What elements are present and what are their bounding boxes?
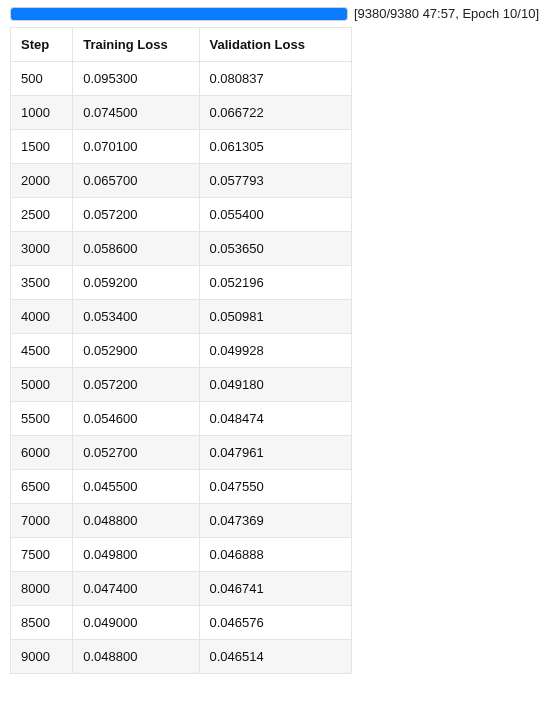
cell-validation-loss: 0.057793 <box>199 164 351 198</box>
cell-validation-loss: 0.049928 <box>199 334 351 368</box>
table-row: 65000.0455000.047550 <box>11 470 352 504</box>
loss-table: Step Training Loss Validation Loss 5000.… <box>10 27 352 674</box>
cell-validation-loss: 0.061305 <box>199 130 351 164</box>
cell-training-loss: 0.049000 <box>73 606 199 640</box>
cell-validation-loss: 0.046741 <box>199 572 351 606</box>
cell-step: 500 <box>11 62 73 96</box>
cell-validation-loss: 0.048474 <box>199 402 351 436</box>
cell-step: 4000 <box>11 300 73 334</box>
table-row: 15000.0701000.061305 <box>11 130 352 164</box>
cell-training-loss: 0.045500 <box>73 470 199 504</box>
cell-training-loss: 0.057200 <box>73 368 199 402</box>
table-row: 50000.0572000.049180 <box>11 368 352 402</box>
table-row: 55000.0546000.048474 <box>11 402 352 436</box>
table-row: 35000.0592000.052196 <box>11 266 352 300</box>
progress-label: [9380/9380 47:57, Epoch 10/10] <box>354 6 539 21</box>
table-row: 20000.0657000.057793 <box>11 164 352 198</box>
table-row: 5000.0953000.080837 <box>11 62 352 96</box>
cell-step: 6500 <box>11 470 73 504</box>
cell-validation-loss: 0.053650 <box>199 232 351 266</box>
cell-step: 7500 <box>11 538 73 572</box>
cell-step: 1000 <box>11 96 73 130</box>
cell-step: 2500 <box>11 198 73 232</box>
table-row: 80000.0474000.046741 <box>11 572 352 606</box>
table-row: 30000.0586000.053650 <box>11 232 352 266</box>
cell-validation-loss: 0.047550 <box>199 470 351 504</box>
cell-step: 9000 <box>11 640 73 674</box>
cell-step: 3000 <box>11 232 73 266</box>
cell-validation-loss: 0.046888 <box>199 538 351 572</box>
cell-training-loss: 0.048800 <box>73 640 199 674</box>
cell-training-loss: 0.048800 <box>73 504 199 538</box>
cell-training-loss: 0.054600 <box>73 402 199 436</box>
cell-training-loss: 0.052700 <box>73 436 199 470</box>
cell-validation-loss: 0.049180 <box>199 368 351 402</box>
cell-training-loss: 0.052900 <box>73 334 199 368</box>
cell-training-loss: 0.070100 <box>73 130 199 164</box>
table-header-row: Step Training Loss Validation Loss <box>11 28 352 62</box>
cell-training-loss: 0.059200 <box>73 266 199 300</box>
cell-validation-loss: 0.052196 <box>199 266 351 300</box>
table-row: 60000.0527000.047961 <box>11 436 352 470</box>
table-row: 10000.0745000.066722 <box>11 96 352 130</box>
cell-validation-loss: 0.066722 <box>199 96 351 130</box>
cell-validation-loss: 0.055400 <box>199 198 351 232</box>
col-header-training-loss: Training Loss <box>73 28 199 62</box>
progress-row: [9380/9380 47:57, Epoch 10/10] <box>10 6 539 21</box>
table-row: 70000.0488000.047369 <box>11 504 352 538</box>
table-row: 90000.0488000.046514 <box>11 640 352 674</box>
cell-step: 5000 <box>11 368 73 402</box>
cell-step: 2000 <box>11 164 73 198</box>
table-row: 85000.0490000.046576 <box>11 606 352 640</box>
col-header-validation-loss: Validation Loss <box>199 28 351 62</box>
cell-training-loss: 0.095300 <box>73 62 199 96</box>
cell-validation-loss: 0.047369 <box>199 504 351 538</box>
cell-validation-loss: 0.080837 <box>199 62 351 96</box>
cell-training-loss: 0.065700 <box>73 164 199 198</box>
cell-step: 5500 <box>11 402 73 436</box>
cell-validation-loss: 0.050981 <box>199 300 351 334</box>
cell-step: 6000 <box>11 436 73 470</box>
cell-step: 3500 <box>11 266 73 300</box>
cell-training-loss: 0.057200 <box>73 198 199 232</box>
cell-step: 1500 <box>11 130 73 164</box>
cell-step: 8500 <box>11 606 73 640</box>
cell-training-loss: 0.053400 <box>73 300 199 334</box>
cell-training-loss: 0.047400 <box>73 572 199 606</box>
cell-validation-loss: 0.047961 <box>199 436 351 470</box>
cell-training-loss: 0.049800 <box>73 538 199 572</box>
col-header-step: Step <box>11 28 73 62</box>
progress-bar-fill <box>11 8 347 20</box>
progress-bar <box>10 7 348 21</box>
cell-validation-loss: 0.046576 <box>199 606 351 640</box>
cell-training-loss: 0.074500 <box>73 96 199 130</box>
cell-step: 8000 <box>11 572 73 606</box>
cell-step: 7000 <box>11 504 73 538</box>
cell-training-loss: 0.058600 <box>73 232 199 266</box>
table-row: 75000.0498000.046888 <box>11 538 352 572</box>
table-row: 40000.0534000.050981 <box>11 300 352 334</box>
table-row: 45000.0529000.049928 <box>11 334 352 368</box>
table-row: 25000.0572000.055400 <box>11 198 352 232</box>
cell-step: 4500 <box>11 334 73 368</box>
cell-validation-loss: 0.046514 <box>199 640 351 674</box>
